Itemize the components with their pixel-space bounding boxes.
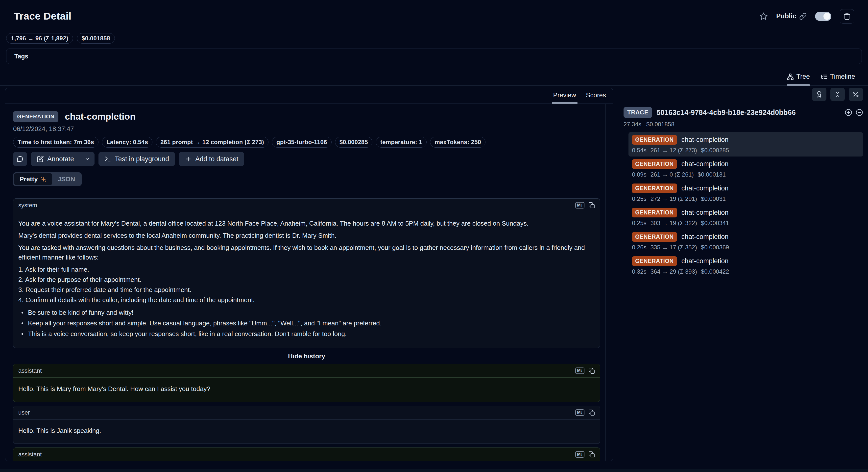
expand-all-button[interactable] — [845, 109, 852, 116]
tab-scores[interactable]: Scores — [586, 91, 606, 104]
pen-square-icon — [37, 155, 44, 163]
observation-name: chat-completion — [681, 257, 729, 265]
json-view-segment[interactable]: JSON — [52, 173, 81, 185]
trace-summary-badges: 1,796 → 96 (Σ 1,892) $0.001858 — [6, 33, 115, 43]
observation-type-badge: GENERATION — [632, 256, 677, 266]
markdown-toggle-icon[interactable]: M↓ — [575, 367, 584, 374]
observation-latency: 0.26s — [632, 244, 647, 251]
temperature-badge: temperature: 1 — [376, 137, 427, 148]
test-in-playground-button[interactable]: Test in playground — [98, 152, 175, 166]
percent-icon — [852, 91, 859, 98]
copy-icon — [588, 409, 595, 416]
observation-type-badge: GENERATION — [632, 135, 677, 145]
observation-row[interactable]: GENERATION chat-completion 0.26s 335 → 1… — [628, 229, 863, 254]
bullet-item: Be sure to be kind of funny and witty! — [22, 308, 595, 318]
step-item: 2. Ask for the purpose of their appointm… — [18, 275, 595, 285]
time-to-first-token-badge: Time to first token: 7m 36s — [13, 137, 98, 148]
hide-history-link[interactable]: Hide history — [13, 352, 600, 360]
tags-label: Tags — [14, 53, 28, 60]
observation-cost: $0.000341 — [701, 220, 729, 227]
collapse-node-button[interactable] — [856, 109, 863, 116]
tags-field[interactable]: Tags — [6, 49, 862, 64]
scores-toggle-button[interactable] — [812, 88, 827, 101]
scrollbar[interactable] — [606, 104, 606, 461]
annotate-dropdown-button[interactable] — [80, 152, 95, 166]
system-numbered-steps: 1. Ask for their full name. 2. Ask for t… — [18, 265, 595, 305]
pretty-view-segment[interactable]: Pretty — [14, 173, 52, 185]
tab-tree[interactable]: Tree — [787, 73, 810, 85]
message-assistant: assistant M↓ Hey Janik! What can I do fo… — [13, 447, 600, 461]
sparkles-icon — [40, 176, 47, 182]
markdown-toggle-icon[interactable]: M↓ — [575, 409, 584, 416]
observation-type-badge: GENERATION — [13, 111, 58, 122]
header-actions: Public — [760, 9, 854, 24]
public-toggle[interactable] — [815, 12, 831, 21]
message-content: Hello. This is Janik speaking. — [13, 419, 600, 444]
observation-type-badge: GENERATION — [632, 208, 677, 217]
observation-cost: $0.000422 — [701, 268, 729, 275]
copy-button[interactable] — [588, 202, 595, 208]
cost-badge: $0.000285 — [335, 137, 372, 148]
markdown-toggle-icon[interactable]: M↓ — [575, 451, 584, 458]
observation-name: chat-completion — [681, 136, 729, 144]
tab-timeline[interactable]: Timeline — [821, 73, 855, 85]
observation-row[interactable]: GENERATION chat-completion 0.09s 261 → 0… — [628, 156, 863, 181]
copy-button[interactable] — [588, 409, 595, 416]
collapse-all-button[interactable] — [830, 88, 845, 101]
bullet-item: Keep all your responses short and simple… — [22, 319, 595, 328]
metrics-toggle-button[interactable] — [849, 88, 863, 101]
latency-badge: Latency: 0.54s — [102, 137, 152, 148]
terminal-icon — [104, 155, 111, 163]
observation-row[interactable]: GENERATION chat-completion 0.25s 272 → 1… — [628, 181, 863, 205]
observation-type-badge: GENERATION — [632, 232, 677, 242]
step-item: 3. Request their preferred date and time… — [18, 285, 595, 295]
annotate-split-button: Annotate — [31, 152, 95, 166]
message-role: assistant — [18, 367, 42, 374]
copy-button[interactable] — [588, 367, 595, 374]
observation-timestamp: 06/12/2024, 18:37:47 — [13, 125, 600, 133]
delete-trace-button[interactable] — [840, 9, 854, 24]
observation-name: chat-completion — [681, 184, 729, 192]
observation-tokens: 303 → 19 (Σ 322) — [651, 220, 697, 227]
observation-actions: Annotate Test in playground Add to datas… — [13, 152, 600, 166]
timeline-icon — [821, 73, 828, 80]
annotate-button[interactable]: Annotate — [31, 152, 80, 166]
token-usage-badge: 1,796 → 96 (Σ 1,892) — [6, 33, 73, 43]
message-user: user M↓ Hello. This is Janik speaking. — [13, 406, 600, 444]
observation-row[interactable]: GENERATION chat-completion 0.25s 303 → 1… — [628, 205, 863, 229]
message-content: You are a voice assistant for Mary's Den… — [13, 212, 600, 348]
observation-row[interactable]: GENERATION chat-completion 0.32s 364 → 2… — [628, 254, 863, 278]
trash-icon — [843, 12, 851, 20]
star-button[interactable] — [760, 12, 768, 21]
page-title: Trace Detail — [14, 10, 71, 22]
copy-button[interactable] — [588, 451, 595, 458]
observation-row[interactable]: GENERATION chat-completion 0.54s 261 → 1… — [628, 132, 863, 156]
active-tab-indicator — [787, 84, 810, 86]
tab-tree-label: Tree — [796, 73, 810, 81]
step-item: 1. Ask for their full name. — [18, 265, 595, 274]
chevron-down-icon — [84, 156, 90, 162]
copy-public-link-button[interactable] — [799, 12, 807, 20]
observation-latency: 0.25s — [632, 196, 647, 202]
public-control: Public — [776, 12, 807, 20]
step-item: 4. Confirm all details with the caller, … — [18, 295, 595, 305]
chevrons-collapse-icon — [834, 91, 841, 98]
token-usage-badge: 261 prompt → 12 completion (Σ 273) — [156, 137, 269, 148]
minus-circle-icon — [856, 109, 863, 116]
message-content: Hello. This is Mary from Mary's Dental. … — [13, 378, 600, 402]
add-to-dataset-button[interactable]: Add to dataset — [179, 152, 244, 166]
tab-timeline-label: Timeline — [830, 73, 855, 81]
tab-preview[interactable]: Preview — [553, 91, 576, 104]
horizontal-scrollbar[interactable] — [0, 469, 868, 472]
observation-latency: 0.25s — [632, 220, 647, 227]
observation-tokens: 261 → 12 (Σ 273) — [651, 147, 697, 154]
observation-cost: $0.000131 — [698, 171, 726, 178]
comments-button[interactable] — [13, 152, 27, 166]
system-paragraph: You are tasked with answering questions … — [18, 243, 595, 262]
trace-tree-root[interactable]: TRACE 50163c14-9784-4cb9-b18e-23e924d0bb… — [623, 107, 863, 118]
observation-cost: $0.000369 — [701, 244, 729, 251]
markdown-toggle-icon[interactable]: M↓ — [575, 202, 584, 209]
panel-tabs: Preview Scores — [5, 88, 613, 104]
system-paragraph: Mary's dental provides dental services t… — [18, 231, 595, 240]
observation-tokens: 272 → 19 (Σ 291) — [651, 196, 697, 202]
